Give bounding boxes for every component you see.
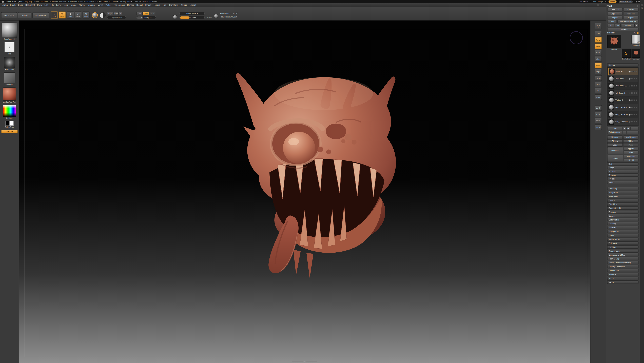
- duplicate-button[interactable]: Duplicate: [607, 147, 623, 154]
- goz-all-button[interactable]: All: [615, 24, 621, 27]
- zcut-button[interactable]: Zcut: [150, 12, 155, 15]
- render-toggle-icon[interactable]: [636, 99, 637, 101]
- section-polygroups[interactable]: Polygroups: [607, 230, 638, 233]
- uv-toggle-icon[interactable]: [634, 106, 635, 108]
- menu-zplugin[interactable]: Zplugin: [179, 3, 188, 7]
- focal-shift-slider[interactable]: Focal Shift -14: [180, 12, 204, 15]
- backtrack-icon[interactable]: [214, 14, 218, 18]
- eye-icon[interactable]: [629, 92, 630, 94]
- section-import[interactable]: Import: [607, 276, 638, 280]
- render-toggle-icon[interactable]: [636, 121, 637, 123]
- aahalf-button[interactable]: AAHalf: [594, 124, 602, 130]
- recent-tool-polymesh3d[interactable]: 14: [632, 34, 640, 44]
- eye-icon[interactable]: [629, 78, 630, 80]
- brush-preview-icon[interactable]: [92, 12, 98, 18]
- section-initialize[interactable]: Initialize: [607, 272, 638, 276]
- collapse-opt2-icon[interactable]: [626, 130, 638, 134]
- scale-mode-button[interactable]: ⤢ Scale: [75, 12, 82, 18]
- section-deformation[interactable]: Deformation: [607, 218, 638, 221]
- polyf-button[interactable]: PolyF: [594, 69, 602, 74]
- eye-icon[interactable]: [629, 85, 630, 87]
- load-tool-button[interactable]: Load Tool: [607, 8, 623, 12]
- current-alpha-thumbnail[interactable]: [4, 57, 15, 68]
- uv-toggle-icon[interactable]: [634, 78, 635, 80]
- uv-toggle-icon[interactable]: [634, 121, 635, 123]
- subtool-row[interactable]: beholder: [608, 68, 638, 75]
- extract-section[interactable]: Extract: [607, 181, 638, 184]
- insert-button[interactable]: Insert: [624, 151, 638, 154]
- section-masking[interactable]: Masking: [607, 222, 638, 225]
- section-morph-target[interactable]: Morph Target: [607, 238, 638, 241]
- menu-macro[interactable]: Macro: [70, 3, 78, 7]
- secondary-color-swatch[interactable]: [10, 121, 14, 126]
- section-export[interactable]: Export: [607, 280, 638, 284]
- edit-mode-button[interactable]: ➤ Edit: [51, 12, 58, 18]
- remesh-section[interactable]: Remesh: [607, 174, 638, 176]
- zsub-button[interactable]: Zsub: [143, 12, 150, 15]
- polypaint-toggle-icon[interactable]: [631, 92, 633, 94]
- subtool-row[interactable]: PolySphere2_1: [608, 82, 638, 90]
- menu-marker[interactable]: Marker: [78, 3, 86, 7]
- render-toggle-icon[interactable]: [636, 78, 637, 80]
- uv-toggle-icon[interactable]: [634, 85, 635, 87]
- rename-button[interactable]: Rename: [607, 136, 623, 139]
- uv-toggle-icon[interactable]: [634, 99, 635, 101]
- eye-icon[interactable]: [629, 99, 630, 101]
- menu-picker[interactable]: Picker: [104, 3, 112, 7]
- local-button[interactable]: Local: [594, 50, 602, 55]
- delete-button[interactable]: Delete: [607, 155, 623, 162]
- z-intensity-slider[interactable]: Z Intensity 33: [136, 16, 156, 19]
- project-section[interactable]: Project: [607, 177, 638, 180]
- mrgb-button[interactable]: Mrgb: [107, 12, 113, 15]
- copy-tool-button[interactable]: Copy Tool: [607, 12, 623, 16]
- subtool-section-header[interactable]: Subtool: [607, 64, 638, 67]
- render-toggle-icon[interactable]: [636, 70, 637, 72]
- default-zscript-button[interactable]: DefaultZScript: [618, 0, 633, 3]
- recent-tool-beholder[interactable]: [632, 49, 640, 58]
- menu-color[interactable]: Color: [17, 3, 24, 7]
- current-material-thumbnail[interactable]: [3, 88, 16, 100]
- section-fibermesh[interactable]: FiberMesh: [607, 202, 638, 206]
- active-tool-thumbnail[interactable]: [607, 34, 621, 48]
- render-toggle-icon[interactable]: [636, 92, 637, 94]
- subtool-row[interactable]: ZSphere1: [608, 97, 638, 104]
- render-toggle-icon[interactable]: [636, 106, 637, 108]
- solo-button[interactable]: Solo: [594, 88, 602, 94]
- section-preview[interactable]: Preview: [607, 210, 638, 214]
- rgb-button[interactable]: Rgb: [114, 12, 118, 15]
- all-high-button[interactable]: All High: [623, 140, 638, 143]
- polypaint-toggle-icon[interactable]: [631, 85, 633, 87]
- lightbox-tools-button[interactable]: Lightbox▶Tools: [607, 28, 638, 31]
- uv-toggle-icon[interactable]: [634, 92, 635, 94]
- subtool-row[interactable]: PolySphere2: [608, 90, 638, 97]
- sculpt-viewport[interactable]: ▲: [19, 20, 590, 363]
- section-vector-displacement-map[interactable]: Vector Displacement Map: [607, 261, 638, 264]
- merge-section[interactable]: Merge: [607, 166, 638, 169]
- del-all-button[interactable]: Del All: [624, 159, 638, 162]
- menu-preferences[interactable]: Preferences: [112, 3, 126, 7]
- polypaint-toggle-icon[interactable]: [631, 114, 633, 116]
- rgb-intensity-slider[interactable]: Rgb Intensity: [107, 16, 126, 19]
- tray-collapse-left-icon[interactable]: «: [641, 4, 644, 6]
- clone-button[interactable]: Clone: [607, 20, 617, 23]
- zoom-canvas-button[interactable]: Zoom: [594, 112, 602, 117]
- menu-tool[interactable]: Tool: [162, 3, 168, 7]
- section-nanomesh[interactable]: NanoMesh: [607, 194, 638, 198]
- collapse-opt-icon[interactable]: [623, 130, 626, 134]
- menu-stroke[interactable]: Stroke: [144, 3, 152, 7]
- section-contact[interactable]: Contact: [607, 234, 638, 237]
- save-as-button[interactable]: Save As: [623, 8, 638, 12]
- floor-button[interactable]: Floor: [594, 44, 602, 49]
- live-boolean-button[interactable]: Live Boolean: [32, 12, 49, 18]
- actual-size-button[interactable]: Actual: [594, 118, 602, 123]
- current-texture-thumbnail[interactable]: [4, 72, 15, 83]
- menu-draw[interactable]: Draw: [36, 3, 43, 7]
- see-through-slider[interactable]: See-through: [593, 1, 603, 3]
- menu-stencil[interactable]: Stencil: [135, 3, 144, 7]
- subtool-select-button[interactable]: [630, 127, 638, 130]
- main-color-swatch[interactable]: [5, 121, 9, 126]
- eye-icon[interactable]: [629, 114, 630, 116]
- quicksave-button[interactable]: QuickSave: [579, 1, 588, 3]
- section-layers[interactable]: Layers: [607, 198, 638, 202]
- all-low-button[interactable]: All Low: [607, 140, 623, 143]
